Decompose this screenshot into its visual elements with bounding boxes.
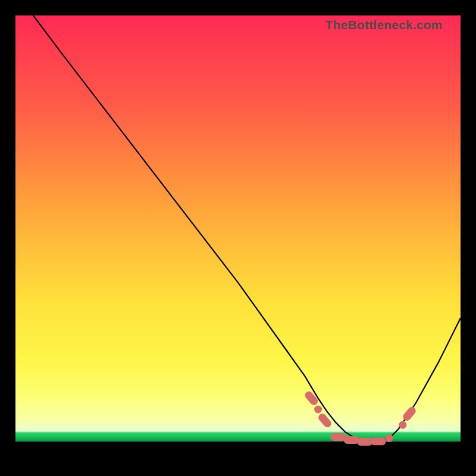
scatter-pill [317,412,333,429]
bottleneck-curve [33,15,461,442]
scatter-dot [386,434,393,442]
chart-frame: TheBottleneck.com [0,0,476,476]
scatter-pill [303,390,320,406]
scatter-pill [344,436,359,444]
scatter-group [303,390,417,446]
scatter-pill [402,405,418,422]
scatter-pill [371,437,386,445]
scatter-dot [314,406,322,414]
scatter-pill [330,433,346,441]
plot-area: TheBottleneck.com [15,15,461,461]
scatter-dot [399,421,406,429]
scatter-pill [357,438,372,446]
curve-svg [15,15,461,461]
